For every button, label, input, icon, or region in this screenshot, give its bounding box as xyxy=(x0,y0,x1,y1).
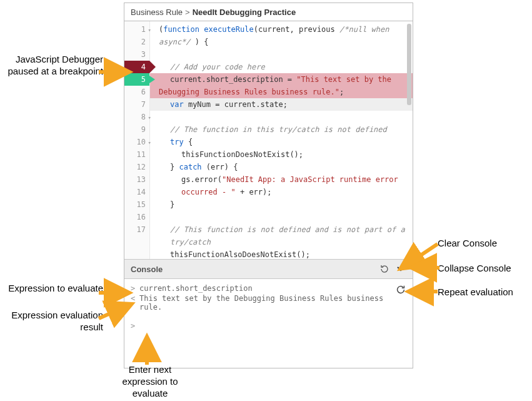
code-line-current: var myNum = current.state; xyxy=(150,98,413,111)
line-number[interactable]: 17 xyxy=(124,223,149,236)
annotation-expression: Expression to evaluate xyxy=(6,283,103,295)
scrollbar[interactable] xyxy=(407,24,411,105)
console-header: Console xyxy=(124,259,413,279)
result-text: This text set by the Debugging Business … xyxy=(139,294,406,312)
refresh-icon xyxy=(379,264,389,274)
reload-icon xyxy=(395,283,406,296)
console-input[interactable] xyxy=(139,322,406,330)
line-number[interactable]: 6 xyxy=(124,86,149,98)
expression-text: current.short_description xyxy=(139,284,406,293)
code-area[interactable]: (function executeRule(current, previous … xyxy=(150,21,413,259)
breadcrumb-separator: > xyxy=(185,8,190,17)
svg-line-2 xyxy=(99,305,130,318)
code-line: // This function is not defined and is n… xyxy=(159,223,409,248)
console-input-row[interactable]: > xyxy=(131,322,406,330)
arrow-icon xyxy=(99,66,133,78)
console-body[interactable]: > current.short_description < This text … xyxy=(124,279,413,368)
code-line: // Add your code here xyxy=(159,61,409,73)
line-number[interactable]: 3 xyxy=(124,48,149,61)
debugger-panel: Business Rule > NeedIt Debugging Practic… xyxy=(124,3,413,368)
breadcrumb-parent[interactable]: Business Rule xyxy=(131,8,183,17)
arrow-icon xyxy=(406,287,439,297)
code-line xyxy=(159,48,409,61)
annotation-breakpoint: JavaScript Debugger paused at a breakpoi… xyxy=(6,54,103,78)
code-line: try { xyxy=(159,136,409,148)
breadcrumb: Business Rule > NeedIt Debugging Practic… xyxy=(124,3,413,21)
line-number[interactable]: 7 xyxy=(124,98,149,111)
stage: Business Rule > NeedIt Debugging Practic… xyxy=(0,0,532,401)
clear-console-button[interactable] xyxy=(379,263,390,275)
annotation-clear: Clear Console xyxy=(438,238,497,250)
code-line xyxy=(159,111,409,123)
console-result: < This text set by the Debugging Busines… xyxy=(131,294,406,312)
annotation-next-expr: Enter next expression to evaluate xyxy=(106,364,194,399)
repeat-evaluation-button[interactable] xyxy=(395,284,406,295)
gutter[interactable]: 1 2 3 4 5 6 7 8 9 10 11 12 13 14 15 16 1… xyxy=(124,21,150,259)
annotation-result: Expression evaluation result xyxy=(6,310,103,333)
page-title: NeedIt Debugging Practice xyxy=(193,8,296,17)
arrow-icon xyxy=(99,287,133,299)
annotation-collapse: Collapse Console xyxy=(438,263,511,275)
line-number[interactable]: 12 xyxy=(124,161,149,173)
code-line: thisFunctionDoesNotExist(); xyxy=(159,148,409,161)
line-number[interactable]: 10 xyxy=(124,136,149,148)
arrow-icon xyxy=(409,263,441,273)
line-number[interactable]: 1 xyxy=(124,23,149,36)
line-number[interactable]: 2 xyxy=(124,36,149,48)
code-line: thisFunctionAlsoDoesNotExist(); xyxy=(159,248,409,259)
console-title: Console xyxy=(131,265,163,274)
annotation-repeat: Repeat evaluation xyxy=(438,287,513,298)
arrow-icon xyxy=(141,335,153,366)
line-number[interactable]: 14 xyxy=(124,186,149,198)
code-line: } catch (err) { xyxy=(159,161,409,173)
line-number[interactable]: 9 xyxy=(124,123,149,136)
code-editor[interactable]: 1 2 3 4 5 6 7 8 9 10 11 12 13 14 15 16 1… xyxy=(124,21,413,259)
line-number[interactable]: 13 xyxy=(124,173,149,186)
console-expression: > current.short_description xyxy=(131,284,406,293)
line-number[interactable]: 11 xyxy=(124,148,149,161)
code-line-breakpoint: current.short_description = "This text s… xyxy=(150,73,413,98)
code-line xyxy=(159,211,409,223)
code-line: } xyxy=(159,198,409,211)
line-number[interactable]: 15 xyxy=(124,198,149,211)
code-line: gs.error("NeedIt App: a JavaScript runti… xyxy=(159,173,409,198)
line-number[interactable]: 16 xyxy=(124,211,149,223)
code-line: // The function in this try/catch is not… xyxy=(159,123,409,136)
code-line: (function executeRule(current, previous … xyxy=(159,23,409,48)
line-number[interactable]: 8 xyxy=(124,111,149,123)
arrow-icon xyxy=(99,301,136,326)
